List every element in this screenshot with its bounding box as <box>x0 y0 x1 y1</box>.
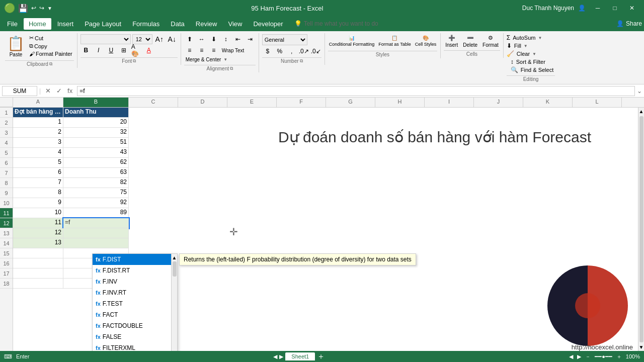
cell-a13[interactable]: 12 <box>13 228 63 238</box>
cell-b14[interactable] <box>63 238 129 248</box>
scroll-right-icon[interactable]: ▶ <box>577 353 581 360</box>
row-num-7[interactable]: 7 <box>0 168 13 178</box>
cell-h1[interactable] <box>375 108 425 118</box>
cell-b6[interactable]: 62 <box>63 158 129 168</box>
cell-d2[interactable] <box>178 118 227 128</box>
font-name-select[interactable] <box>80 34 131 44</box>
formula-function-button[interactable]: fx <box>65 86 75 96</box>
cell-a5[interactable]: 4 <box>13 148 63 158</box>
row-num-8[interactable]: 8 <box>0 178 13 188</box>
clear-button[interactable]: Clear <box>515 50 531 57</box>
cell-k2[interactable] <box>523 118 573 128</box>
autosum-button[interactable]: AutoSum <box>511 34 537 41</box>
cell-styles-button[interactable]: 🎨 Cell Styles <box>414 34 438 48</box>
indent-increase-button[interactable]: ⇥ <box>245 34 256 44</box>
share-icon[interactable]: 👤 <box>578 5 586 12</box>
underline-button[interactable]: U <box>106 45 117 55</box>
autocomplete-item-false[interactable]: fx FALSE <box>93 331 177 342</box>
fill-color-button[interactable]: A🎨 <box>131 45 142 55</box>
col-header-c[interactable]: C <box>129 98 178 107</box>
cell-b5[interactable]: 43 <box>63 148 129 158</box>
cell-a9[interactable]: 8 <box>13 188 63 198</box>
cell-b2[interactable]: 20 <box>63 118 129 128</box>
cell-f2[interactable] <box>277 118 326 128</box>
cell-i2[interactable] <box>425 118 474 128</box>
row-num-16[interactable]: 16 <box>0 258 13 268</box>
font-size-select[interactable]: 12 <box>132 34 152 44</box>
row-num-11[interactable]: 11 <box>0 208 13 218</box>
col-header-b[interactable]: B <box>63 98 129 107</box>
format-as-table-button[interactable]: 📋 Format as Table <box>377 34 412 48</box>
cell-a6[interactable]: 5 <box>13 158 63 168</box>
maximize-button[interactable]: □ <box>607 3 623 13</box>
menu-data[interactable]: Data <box>166 18 189 30</box>
cell-c13[interactable] <box>129 228 178 238</box>
cell-e2[interactable] <box>227 118 277 128</box>
cell-b9[interactable]: 75 <box>63 188 129 198</box>
row-num-10[interactable]: 10 <box>0 198 13 208</box>
row-num-13[interactable]: 13 <box>0 228 13 238</box>
scroll-down-button[interactable]: ▼ <box>638 343 644 351</box>
cell-j2[interactable] <box>474 118 523 128</box>
autocomplete-item-fact[interactable]: fx FACT <box>93 309 177 320</box>
fill-dropdown[interactable]: ▼ <box>524 44 528 48</box>
cell-a2[interactable]: 1 <box>13 118 63 128</box>
formula-expand-icon[interactable]: ⌄ <box>637 87 642 95</box>
nav-right-icon[interactable]: ▶ <box>279 353 283 360</box>
cell-a18[interactable] <box>13 279 63 289</box>
cell-c1[interactable] <box>129 108 178 118</box>
col-header-d[interactable]: D <box>178 98 227 107</box>
col-header-g[interactable]: G <box>326 98 375 107</box>
cell-f1[interactable] <box>277 108 326 118</box>
cell-a12[interactable]: 11 <box>13 218 63 228</box>
format-button[interactable]: ⚙ Format <box>481 34 500 48</box>
zoom-slider[interactable]: ━━●━━ <box>595 353 612 360</box>
cell-a17[interactable] <box>13 268 63 279</box>
alignment-expand-icon[interactable]: ⧉ <box>230 66 233 71</box>
cell-c12[interactable] <box>129 218 178 228</box>
zoom-in-icon[interactable]: ＋ <box>616 353 622 360</box>
col-header-l[interactable]: L <box>573 98 622 107</box>
format-painter-button[interactable]: 🖌 Format Painter <box>28 50 74 57</box>
col-header-a[interactable]: A <box>13 98 63 107</box>
cell-a10[interactable]: 9 <box>13 198 63 208</box>
align-top-button[interactable]: ⬆ <box>184 34 195 44</box>
cell-c5[interactable] <box>129 148 178 158</box>
cell-d1[interactable] <box>178 108 227 118</box>
increase-decimal-button[interactable]: .0↗ <box>298 46 309 56</box>
formula-confirm-button[interactable]: ✓ <box>54 86 64 96</box>
decrease-font-button[interactable]: A↓ <box>167 34 178 44</box>
border-button[interactable]: ⊞ <box>118 45 129 55</box>
autocomplete-item-fdistrt[interactable]: fx F.DIST.RT <box>93 265 177 276</box>
cell-a1[interactable]: Đợt bán hàng số <box>13 108 63 118</box>
paste-button[interactable]: 📋 Paste <box>5 34 27 58</box>
cell-h2[interactable] <box>375 118 425 128</box>
cell-c10[interactable] <box>129 198 178 208</box>
merge-center-button[interactable]: Merge & Center <box>184 56 223 63</box>
cell-b11[interactable]: 89 <box>63 208 129 218</box>
text-direction-button[interactable]: ↕ <box>220 34 231 44</box>
menu-home[interactable]: Home <box>24 18 51 30</box>
bold-button[interactable]: B <box>80 45 92 55</box>
comma-button[interactable]: , <box>286 46 297 56</box>
indent-decrease-button[interactable]: ⇤ <box>232 34 244 44</box>
align-left-button[interactable]: ≡ <box>184 45 195 55</box>
nav-left-icon[interactable]: ◀ <box>273 353 277 360</box>
menu-insert[interactable]: Insert <box>52 18 79 30</box>
autocomplete-item-finvrt[interactable]: fx F.INV.RT <box>93 287 177 298</box>
row-num-6[interactable]: 6 <box>0 158 13 168</box>
align-bottom-button[interactable]: ⬇ <box>208 34 219 44</box>
autosum-dropdown[interactable]: ▼ <box>538 36 542 40</box>
row-num-4[interactable]: 4 <box>0 138 13 148</box>
cell-a8[interactable]: 7 <box>13 178 63 188</box>
scroll-thumb-v[interactable] <box>639 116 643 342</box>
autocomplete-item-filterxml[interactable]: fx FILTERXML <box>93 342 177 351</box>
sheet-tab-1[interactable]: Sheet1 <box>285 352 315 360</box>
cell-c8[interactable] <box>129 178 178 188</box>
row-num-15[interactable]: 15 <box>0 248 13 258</box>
scroll-up-icon[interactable]: ▲ <box>172 255 177 260</box>
row-num-18[interactable]: 18 <box>0 279 13 289</box>
row-num-12[interactable]: 12 <box>0 218 13 228</box>
col-header-k[interactable]: K <box>523 98 573 107</box>
cell-a7[interactable]: 6 <box>13 168 63 178</box>
